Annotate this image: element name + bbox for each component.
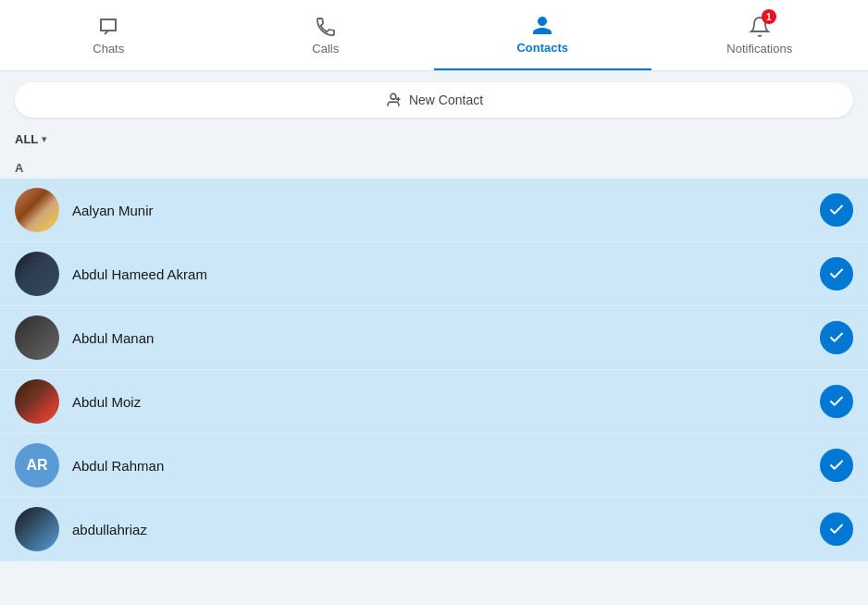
contacts-icon	[531, 15, 553, 37]
contact-list: Aalyan MunirAbdul Hameed AkramAbdul Mana…	[0, 179, 868, 562]
list-item[interactable]: Abdul Manan	[0, 306, 868, 370]
nav-notifications[interactable]: 1 Notifications	[651, 0, 869, 70]
contact-check-button[interactable]	[820, 193, 853, 227]
avatar	[15, 315, 59, 360]
add-person-icon	[385, 92, 402, 108]
contacts-label: Contacts	[516, 41, 568, 55]
checkmark-icon	[828, 457, 845, 474]
avatar	[15, 379, 59, 424]
list-item[interactable]: ARAbdul Rahman	[0, 434, 868, 498]
checkmark-icon	[828, 265, 845, 282]
checkmark-icon	[828, 393, 845, 410]
top-navigation: Chats Calls Contacts 1 Notifications	[0, 0, 868, 71]
main-content: New Contact ALL ▾ A Aalyan MunirAbdul Ha…	[0, 71, 868, 605]
svg-rect-0	[101, 19, 116, 31]
contact-check-button[interactable]	[820, 385, 853, 418]
new-contact-button[interactable]: New Contact	[15, 82, 853, 117]
contact-name: Abdul Manan	[72, 330, 820, 346]
calls-label: Calls	[312, 42, 339, 56]
contact-check-button[interactable]	[820, 449, 853, 482]
contact-name: Abdul Moiz	[72, 394, 820, 410]
avatar	[15, 188, 59, 232]
avatar	[15, 507, 59, 551]
list-item[interactable]: Aalyan Munir	[0, 179, 868, 242]
chat-icon	[97, 16, 119, 38]
calls-icon	[315, 16, 337, 38]
filter-label: ALL	[15, 132, 38, 146]
notifications-label: Notifications	[726, 42, 792, 56]
svg-point-1	[391, 93, 396, 99]
nav-chats[interactable]: Chats	[0, 0, 217, 70]
list-item[interactable]: Abdul Moiz	[0, 370, 868, 434]
notification-badge: 1	[762, 9, 776, 24]
avatar: AR	[15, 443, 59, 488]
chevron-down-icon: ▾	[42, 133, 47, 145]
new-contact-label: New Contact	[409, 93, 483, 107]
new-contact-bar: New Contact	[0, 71, 868, 129]
list-item[interactable]: Abdul Hameed Akram	[0, 242, 868, 306]
nav-calls[interactable]: Calls	[217, 0, 435, 70]
chats-label: Chats	[93, 42, 124, 56]
contact-check-button[interactable]	[820, 321, 853, 354]
list-item[interactable]: abdullahriaz	[0, 498, 868, 562]
section-header-a: A	[0, 154, 868, 179]
nav-contacts[interactable]: Contacts	[434, 0, 651, 70]
contact-check-button[interactable]	[820, 512, 853, 546]
checkmark-icon	[828, 202, 845, 218]
contact-name: Abdul Hameed Akram	[72, 266, 820, 282]
contact-name: Aalyan Munir	[72, 203, 820, 218]
contact-name: abdullahriaz	[72, 522, 820, 537]
avatar	[15, 252, 59, 296]
checkmark-icon	[828, 521, 845, 537]
contact-check-button[interactable]	[820, 257, 853, 290]
filter-row[interactable]: ALL ▾	[0, 129, 868, 154]
checkmark-icon	[828, 329, 845, 346]
contact-name: Abdul Rahman	[72, 458, 820, 474]
